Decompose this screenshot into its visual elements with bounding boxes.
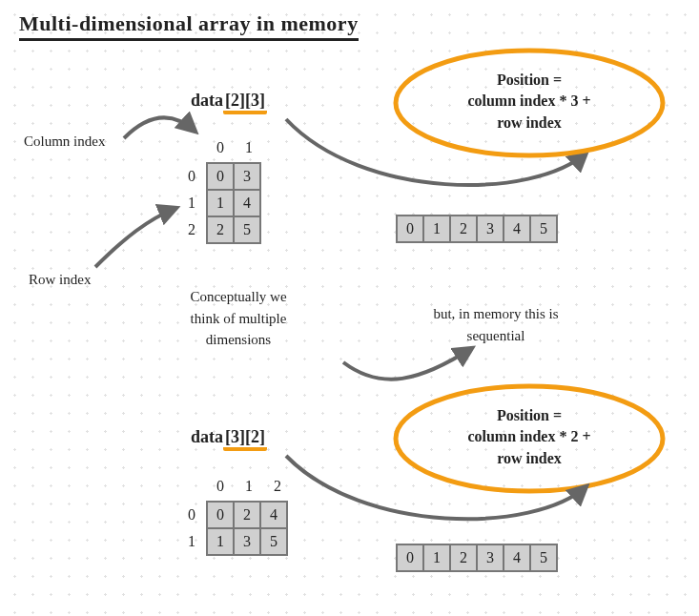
memory2-cell: 1 [422, 544, 451, 572]
grid2-col-header: 1 [235, 472, 263, 501]
formula1-line3: row index [434, 113, 625, 133]
memory1-cell: 1 [422, 215, 451, 243]
memory-caption: but, in memory this is sequential [401, 303, 591, 346]
formula1-line2: column index * 3 + [434, 91, 625, 112]
grid2-cell: 2 [233, 501, 261, 529]
memory2-cell: 3 [476, 544, 504, 572]
memory-line2: sequential [401, 325, 591, 347]
conceptual-line2: think of multiple [143, 308, 334, 330]
conceptual-line1: Conceptually we [143, 286, 334, 308]
memory2-cell: 0 [396, 544, 424, 572]
memory1-cell: 4 [503, 215, 531, 243]
decl1-prefix: data [191, 91, 223, 110]
grid2-row-headers: 0 1 [177, 501, 206, 556]
grid2-cell: 5 [259, 527, 288, 556]
grid1-row-header: 0 [177, 162, 206, 191]
grid1-cell: 2 [206, 216, 235, 244]
grid2-cell: 1 [206, 527, 235, 556]
memory-row-2: 0 1 2 3 4 5 [396, 544, 558, 572]
memory-row-1: 0 1 2 3 4 5 [396, 215, 558, 243]
decl1-bracket: [2][3] [223, 91, 267, 114]
formula2-line2: column index * 2 + [434, 426, 625, 447]
grid1-cell: 4 [233, 189, 261, 217]
grid2-cell: 4 [259, 501, 288, 529]
memory2-cell: 4 [503, 544, 531, 572]
memory-line1: but, in memory this is [401, 303, 591, 325]
grid1-row-header: 2 [177, 216, 206, 244]
column-index-label: Column index [24, 133, 105, 150]
conceptual-caption: Conceptually we think of multiple dimens… [143, 286, 334, 351]
memory1-cell: 5 [529, 215, 558, 243]
page-title: Multi-dimensional array in memory [19, 11, 359, 41]
formula2-line1: Position = [434, 405, 625, 426]
declaration-1: data[2][3] [191, 91, 267, 114]
grid1-cell: 3 [233, 162, 261, 191]
memory2-cell: 5 [529, 544, 558, 572]
decl2-bracket: [3][2] [223, 427, 267, 451]
grid2: 0 2 4 1 3 5 [206, 501, 288, 556]
formula-2: Position = column index * 2 + row index [434, 405, 625, 469]
memory1-cell: 3 [476, 215, 504, 243]
memory1-cell: 0 [396, 215, 424, 243]
grid2-cell: 0 [206, 501, 235, 529]
decl2-prefix: data [191, 427, 223, 446]
grid1-row-header: 1 [177, 189, 206, 217]
grid1: 0 3 1 4 2 5 [206, 162, 261, 244]
grid2-col-header: 2 [263, 472, 292, 501]
grid1-cell: 0 [206, 162, 235, 191]
grid2-row-header: 1 [177, 527, 206, 556]
formula2-line3: row index [434, 448, 625, 469]
formula-1: Position = column index * 3 + row index [434, 70, 625, 133]
grid2-row-header: 0 [177, 501, 206, 529]
grid1-col-header: 0 [206, 133, 235, 162]
grid1-row-headers: 0 1 2 [177, 162, 206, 244]
conceptual-line3: dimensions [143, 329, 334, 351]
memory2-cell: 2 [449, 544, 478, 572]
row-index-label: Row index [29, 272, 91, 288]
grid2-col-headers: 0 1 2 [206, 472, 292, 501]
formula1-line1: Position = [434, 70, 625, 91]
grid1-cell: 1 [206, 189, 235, 217]
grid1-col-headers: 0 1 [206, 133, 263, 162]
grid1-cell: 5 [233, 216, 261, 244]
grid2-col-header: 0 [206, 472, 235, 501]
grid1-col-header: 1 [235, 133, 263, 162]
memory1-cell: 2 [449, 215, 478, 243]
grid2-cell: 3 [233, 527, 261, 556]
declaration-2: data[3][2] [191, 427, 267, 451]
